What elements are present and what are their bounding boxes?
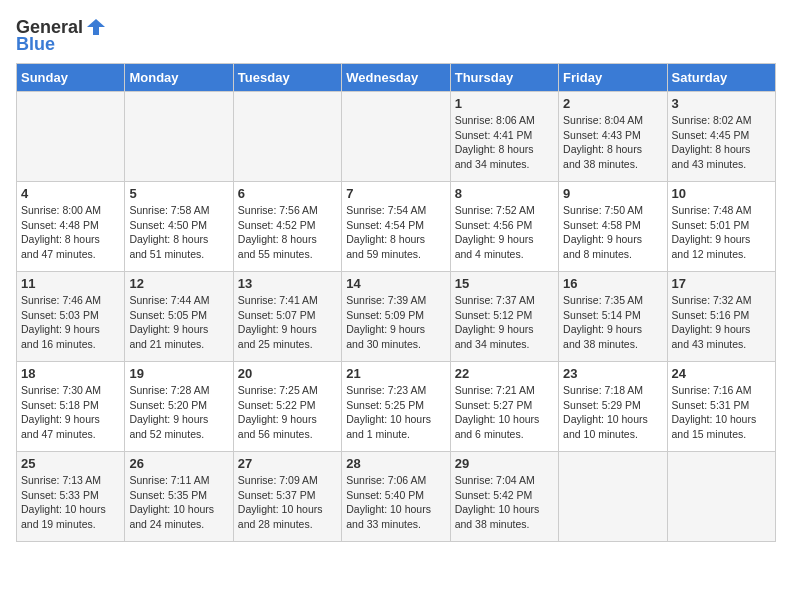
day-info: Sunrise: 7:18 AM Sunset: 5:29 PM Dayligh… xyxy=(563,383,662,442)
day-number: 11 xyxy=(21,276,120,291)
day-number: 14 xyxy=(346,276,445,291)
column-header-sunday: Sunday xyxy=(17,64,125,92)
calendar-cell: 4Sunrise: 8:00 AM Sunset: 4:48 PM Daylig… xyxy=(17,182,125,272)
day-info: Sunrise: 7:16 AM Sunset: 5:31 PM Dayligh… xyxy=(672,383,771,442)
calendar-cell: 5Sunrise: 7:58 AM Sunset: 4:50 PM Daylig… xyxy=(125,182,233,272)
day-info: Sunrise: 7:44 AM Sunset: 5:05 PM Dayligh… xyxy=(129,293,228,352)
day-number: 27 xyxy=(238,456,337,471)
day-number: 15 xyxy=(455,276,554,291)
day-info: Sunrise: 7:54 AM Sunset: 4:54 PM Dayligh… xyxy=(346,203,445,262)
day-number: 8 xyxy=(455,186,554,201)
calendar-cell: 13Sunrise: 7:41 AM Sunset: 5:07 PM Dayli… xyxy=(233,272,341,362)
day-info: Sunrise: 7:52 AM Sunset: 4:56 PM Dayligh… xyxy=(455,203,554,262)
day-number: 17 xyxy=(672,276,771,291)
day-info: Sunrise: 7:23 AM Sunset: 5:25 PM Dayligh… xyxy=(346,383,445,442)
day-info: Sunrise: 7:37 AM Sunset: 5:12 PM Dayligh… xyxy=(455,293,554,352)
calendar-cell xyxy=(559,452,667,542)
day-info: Sunrise: 7:09 AM Sunset: 5:37 PM Dayligh… xyxy=(238,473,337,532)
day-info: Sunrise: 7:35 AM Sunset: 5:14 PM Dayligh… xyxy=(563,293,662,352)
day-info: Sunrise: 7:06 AM Sunset: 5:40 PM Dayligh… xyxy=(346,473,445,532)
day-number: 7 xyxy=(346,186,445,201)
logo-blue: Blue xyxy=(16,34,55,55)
calendar-cell: 12Sunrise: 7:44 AM Sunset: 5:05 PM Dayli… xyxy=(125,272,233,362)
day-number: 28 xyxy=(346,456,445,471)
calendar-cell: 8Sunrise: 7:52 AM Sunset: 4:56 PM Daylig… xyxy=(450,182,558,272)
day-info: Sunrise: 7:56 AM Sunset: 4:52 PM Dayligh… xyxy=(238,203,337,262)
calendar-cell: 28Sunrise: 7:06 AM Sunset: 5:40 PM Dayli… xyxy=(342,452,450,542)
day-info: Sunrise: 7:30 AM Sunset: 5:18 PM Dayligh… xyxy=(21,383,120,442)
day-number: 23 xyxy=(563,366,662,381)
day-number: 21 xyxy=(346,366,445,381)
day-number: 24 xyxy=(672,366,771,381)
calendar-cell: 22Sunrise: 7:21 AM Sunset: 5:27 PM Dayli… xyxy=(450,362,558,452)
day-info: Sunrise: 7:25 AM Sunset: 5:22 PM Dayligh… xyxy=(238,383,337,442)
calendar-cell xyxy=(233,92,341,182)
calendar-cell: 25Sunrise: 7:13 AM Sunset: 5:33 PM Dayli… xyxy=(17,452,125,542)
day-info: Sunrise: 7:39 AM Sunset: 5:09 PM Dayligh… xyxy=(346,293,445,352)
day-number: 20 xyxy=(238,366,337,381)
day-number: 10 xyxy=(672,186,771,201)
day-number: 5 xyxy=(129,186,228,201)
day-info: Sunrise: 8:06 AM Sunset: 4:41 PM Dayligh… xyxy=(455,113,554,172)
calendar-cell: 29Sunrise: 7:04 AM Sunset: 5:42 PM Dayli… xyxy=(450,452,558,542)
calendar-cell: 15Sunrise: 7:37 AM Sunset: 5:12 PM Dayli… xyxy=(450,272,558,362)
day-number: 26 xyxy=(129,456,228,471)
logo-container: General Blue xyxy=(16,16,107,55)
calendar-cell: 3Sunrise: 8:02 AM Sunset: 4:45 PM Daylig… xyxy=(667,92,775,182)
calendar-cell: 24Sunrise: 7:16 AM Sunset: 5:31 PM Dayli… xyxy=(667,362,775,452)
day-number: 16 xyxy=(563,276,662,291)
calendar-cell: 1Sunrise: 8:06 AM Sunset: 4:41 PM Daylig… xyxy=(450,92,558,182)
column-header-wednesday: Wednesday xyxy=(342,64,450,92)
day-info: Sunrise: 8:00 AM Sunset: 4:48 PM Dayligh… xyxy=(21,203,120,262)
day-number: 12 xyxy=(129,276,228,291)
day-number: 13 xyxy=(238,276,337,291)
day-number: 2 xyxy=(563,96,662,111)
calendar-cell: 9Sunrise: 7:50 AM Sunset: 4:58 PM Daylig… xyxy=(559,182,667,272)
day-number: 1 xyxy=(455,96,554,111)
calendar-cell: 14Sunrise: 7:39 AM Sunset: 5:09 PM Dayli… xyxy=(342,272,450,362)
calendar-cell: 7Sunrise: 7:54 AM Sunset: 4:54 PM Daylig… xyxy=(342,182,450,272)
logo-bird-icon xyxy=(85,16,107,38)
calendar-cell: 17Sunrise: 7:32 AM Sunset: 5:16 PM Dayli… xyxy=(667,272,775,362)
calendar-cell: 23Sunrise: 7:18 AM Sunset: 5:29 PM Dayli… xyxy=(559,362,667,452)
calendar-cell xyxy=(17,92,125,182)
column-header-tuesday: Tuesday xyxy=(233,64,341,92)
calendar-cell xyxy=(667,452,775,542)
day-info: Sunrise: 7:04 AM Sunset: 5:42 PM Dayligh… xyxy=(455,473,554,532)
day-info: Sunrise: 7:28 AM Sunset: 5:20 PM Dayligh… xyxy=(129,383,228,442)
day-number: 29 xyxy=(455,456,554,471)
calendar-table: SundayMondayTuesdayWednesdayThursdayFrid… xyxy=(16,63,776,542)
page-header: General Blue xyxy=(16,16,776,55)
day-number: 18 xyxy=(21,366,120,381)
day-info: Sunrise: 7:58 AM Sunset: 4:50 PM Dayligh… xyxy=(129,203,228,262)
calendar-cell: 21Sunrise: 7:23 AM Sunset: 5:25 PM Dayli… xyxy=(342,362,450,452)
calendar-cell: 27Sunrise: 7:09 AM Sunset: 5:37 PM Dayli… xyxy=(233,452,341,542)
day-info: Sunrise: 7:21 AM Sunset: 5:27 PM Dayligh… xyxy=(455,383,554,442)
day-number: 3 xyxy=(672,96,771,111)
day-info: Sunrise: 7:50 AM Sunset: 4:58 PM Dayligh… xyxy=(563,203,662,262)
calendar-cell xyxy=(342,92,450,182)
column-header-thursday: Thursday xyxy=(450,64,558,92)
calendar-cell: 11Sunrise: 7:46 AM Sunset: 5:03 PM Dayli… xyxy=(17,272,125,362)
calendar-cell: 18Sunrise: 7:30 AM Sunset: 5:18 PM Dayli… xyxy=(17,362,125,452)
column-header-saturday: Saturday xyxy=(667,64,775,92)
calendar-cell: 16Sunrise: 7:35 AM Sunset: 5:14 PM Dayli… xyxy=(559,272,667,362)
column-header-monday: Monday xyxy=(125,64,233,92)
day-number: 6 xyxy=(238,186,337,201)
calendar-cell: 2Sunrise: 8:04 AM Sunset: 4:43 PM Daylig… xyxy=(559,92,667,182)
calendar-cell: 20Sunrise: 7:25 AM Sunset: 5:22 PM Dayli… xyxy=(233,362,341,452)
day-info: Sunrise: 7:32 AM Sunset: 5:16 PM Dayligh… xyxy=(672,293,771,352)
day-number: 22 xyxy=(455,366,554,381)
day-info: Sunrise: 7:41 AM Sunset: 5:07 PM Dayligh… xyxy=(238,293,337,352)
calendar-cell xyxy=(125,92,233,182)
calendar-cell: 19Sunrise: 7:28 AM Sunset: 5:20 PM Dayli… xyxy=(125,362,233,452)
svg-marker-0 xyxy=(87,19,105,35)
logo: General Blue xyxy=(16,16,107,55)
day-info: Sunrise: 7:48 AM Sunset: 5:01 PM Dayligh… xyxy=(672,203,771,262)
calendar-cell: 10Sunrise: 7:48 AM Sunset: 5:01 PM Dayli… xyxy=(667,182,775,272)
day-number: 25 xyxy=(21,456,120,471)
day-info: Sunrise: 7:11 AM Sunset: 5:35 PM Dayligh… xyxy=(129,473,228,532)
day-number: 19 xyxy=(129,366,228,381)
calendar-cell: 26Sunrise: 7:11 AM Sunset: 5:35 PM Dayli… xyxy=(125,452,233,542)
day-number: 9 xyxy=(563,186,662,201)
